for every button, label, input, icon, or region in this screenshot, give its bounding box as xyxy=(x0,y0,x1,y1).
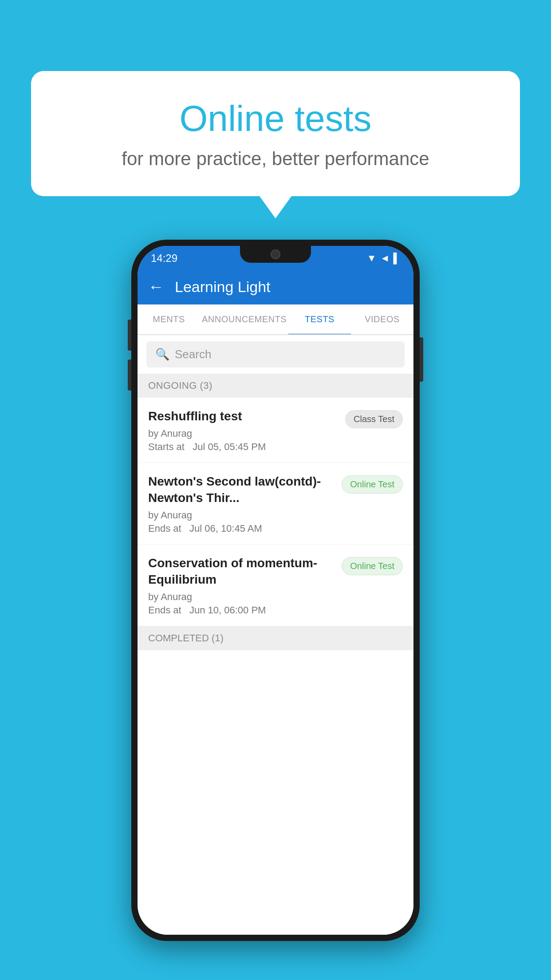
status-icons: ▼ ◄ ▌ xyxy=(367,253,400,264)
test-by-3: by Anurag xyxy=(148,591,335,603)
back-button[interactable]: ← xyxy=(148,277,164,296)
test-time-label-3: Ends at xyxy=(148,605,181,616)
battery-icon: ▌ xyxy=(393,253,400,264)
test-name-1: Reshuffling test xyxy=(148,408,338,424)
search-container: 🔍 Search xyxy=(138,335,413,374)
app-bar: ← Learning Light xyxy=(138,269,413,304)
vol-up-button xyxy=(128,320,131,351)
tab-tests[interactable]: TESTS xyxy=(288,304,351,334)
test-name-2: Newton's Second law(contd)-Newton's Thir… xyxy=(148,474,335,506)
test-item-1[interactable]: Reshuffling test by Anurag Starts at Jul… xyxy=(138,398,413,463)
test-by-2: by Anurag xyxy=(148,510,335,521)
phone-container: 14:29 ▼ ◄ ▌ ← Learning Light MENTS ANNOU… xyxy=(33,240,518,980)
search-icon: 🔍 xyxy=(155,348,169,361)
test-time-label-1: Starts at xyxy=(148,441,185,452)
completed-header-text: COMPLETED (1) xyxy=(148,632,224,644)
test-time-label-2: Ends at xyxy=(148,523,181,534)
speech-bubble-container: Online tests for more practice, better p… xyxy=(31,71,520,218)
search-input[interactable]: 🔍 Search xyxy=(146,341,405,368)
test-info-2: Newton's Second law(contd)-Newton's Thir… xyxy=(148,474,342,534)
phone-camera xyxy=(271,249,280,259)
ongoing-section-header: ONGOING (3) xyxy=(138,374,413,398)
phone-notch xyxy=(240,246,311,263)
speech-bubble: Online tests for more practice, better p… xyxy=(31,71,520,196)
wifi-icon: ▼ xyxy=(367,253,377,264)
ongoing-header-text: ONGOING (3) xyxy=(148,380,213,391)
test-time-value-2: Jul 06, 10:45 AM xyxy=(189,523,262,534)
tests-list: Reshuffling test by Anurag Starts at Jul… xyxy=(138,398,413,935)
status-time: 14:29 xyxy=(151,252,177,265)
test-time-2: Ends at Jul 06, 10:45 AM xyxy=(148,523,335,534)
test-time-3: Ends at Jun 10, 06:00 PM xyxy=(148,605,335,616)
tab-announcements[interactable]: ANNOUNCEMENTS xyxy=(200,304,288,334)
test-time-1: Starts at Jul 05, 05:45 PM xyxy=(148,441,338,453)
power-button xyxy=(420,337,423,382)
test-info-3: Conservation of momentum-Equilibrium by … xyxy=(148,555,342,616)
test-time-value-1: Jul 05, 05:45 PM xyxy=(193,441,266,452)
completed-section-header: COMPLETED (1) xyxy=(138,626,413,650)
test-item-3[interactable]: Conservation of momentum-Equilibrium by … xyxy=(138,545,413,626)
phone-screen: 14:29 ▼ ◄ ▌ ← Learning Light MENTS ANNOU… xyxy=(138,246,413,935)
tab-ments[interactable]: MENTS xyxy=(138,304,200,334)
test-info-1: Reshuffling test by Anurag Starts at Jul… xyxy=(148,408,345,453)
badge-3: Online Test xyxy=(342,557,403,575)
badge-2: Online Test xyxy=(342,475,403,494)
app-bar-title: Learning Light xyxy=(175,278,271,296)
tab-videos[interactable]: VIDEOS xyxy=(351,304,413,334)
speech-bubble-title: Online tests xyxy=(67,98,484,139)
tabs-container: MENTS ANNOUNCEMENTS TESTS VIDEOS xyxy=(138,304,413,335)
speech-bubble-arrow xyxy=(260,196,291,218)
test-item-2[interactable]: Newton's Second law(contd)-Newton's Thir… xyxy=(138,463,413,545)
badge-1: Class Test xyxy=(345,410,403,428)
speech-bubble-subtitle: for more practice, better performance xyxy=(67,148,484,170)
search-placeholder: Search xyxy=(175,348,211,361)
signal-icon: ◄ xyxy=(380,253,390,264)
test-time-value-3: Jun 10, 06:00 PM xyxy=(189,605,266,616)
phone-device: 14:29 ▼ ◄ ▌ ← Learning Light MENTS ANNOU… xyxy=(131,240,420,941)
vol-down-button xyxy=(128,360,131,391)
test-by-1: by Anurag xyxy=(148,428,338,439)
test-name-3: Conservation of momentum-Equilibrium xyxy=(148,555,335,588)
